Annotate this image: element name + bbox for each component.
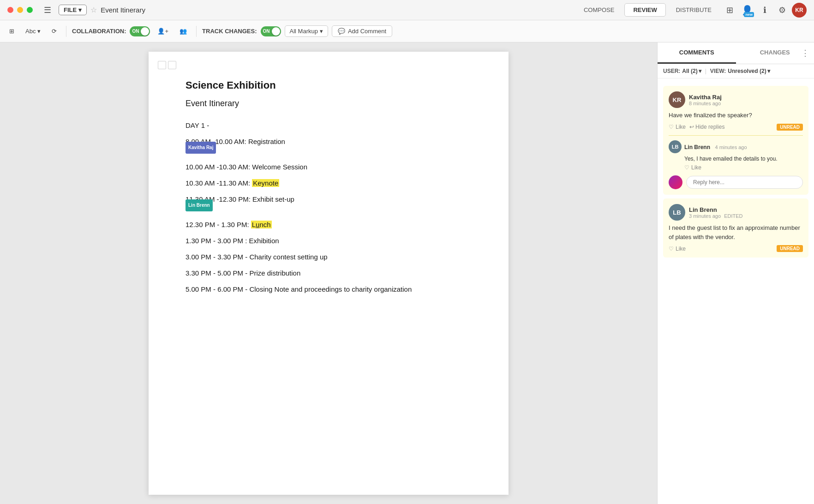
reply-1-avatar: LB [669, 140, 682, 153]
add-comment-label: Add Comment [348, 28, 386, 35]
distribute-tab[interactable]: DISTRIBUTE [668, 4, 720, 16]
doc-line-day: DAY 1 - [186, 118, 472, 133]
markup-label: All Markup [290, 28, 318, 35]
document-body[interactable]: DAY 1 - 8.00 AM -10.00 AM: Registration … [186, 118, 472, 297]
reply-1-actions: ♡ Like [684, 164, 803, 171]
doc-line-8: 3.30 PM - 5.00 PM - Prize distribution [186, 265, 472, 281]
document-subtitle: Event Itinerary [186, 99, 472, 108]
compose-tab[interactable]: COMPOSE [575, 4, 622, 16]
reply-input-1[interactable] [686, 176, 803, 189]
comment-card-2: LB Lin Brenn 3 minutes ago EDITED I need… [663, 198, 808, 258]
view-filter-button[interactable]: Unresolved (2) ▾ [728, 68, 770, 74]
document-page: Science Exhibition Event Itinerary DAY 1… [149, 52, 509, 495]
comment-1-actions: ♡ Like ↩ Hide replies UNREAD [669, 124, 803, 131]
comments-list: KR Kavitha Raj 8 minutes ago Have we fin… [658, 78, 814, 504]
unread-badge-1: UNREAD [777, 124, 803, 131]
comment-2-heart-icon: ♡ [669, 246, 674, 252]
doc-line-5: Lin Brenn 12.30 PM - 1.30 PM: Lunch [186, 208, 472, 232]
document-area: Science Exhibition Event Itinerary DAY 1… [0, 42, 657, 504]
settings-icon[interactable]: ⚙ [774, 2, 790, 18]
hide-replies-button[interactable]: ↩ Hide replies [689, 124, 724, 130]
spellcheck-button[interactable]: Abc ▾ [22, 26, 44, 36]
comment-1-time: 8 minutes ago [689, 101, 722, 106]
reply-input-row-1 [669, 175, 803, 189]
file-label: FILE [64, 6, 77, 13]
avatar[interactable]: KR [792, 3, 807, 18]
kavitha-tag: Kavitha Raj [186, 142, 216, 154]
add-comment-button[interactable]: 💬 Add Comment [332, 25, 392, 37]
reply-1-author: Lin Brenn [684, 144, 710, 150]
track-toggle-on-label: ON [263, 29, 270, 34]
doc-line-4: 11.30 AM -12.30 PM: Exhibit set-up [186, 192, 472, 207]
toolbar: ⊞ Abc ▾ ⟳ COLLABORATION: ON 👤+ 👥 TRACK C… [0, 20, 814, 42]
comment-1-text: Have we finalized the speaker? [669, 111, 803, 120]
review-tab[interactable]: REVIEW [624, 3, 665, 17]
document-main-title: Science Exhibition [186, 79, 472, 91]
present-icon[interactable]: ⊞ [722, 2, 737, 18]
doc-line-7: 3.00 PM - 3.30 PM - Charity contest sett… [186, 249, 472, 264]
unread-badge-2: UNREAD [777, 245, 803, 252]
sidebar-filters: USER: All (2) ▾ | VIEW: Unresolved (2) ▾ [658, 64, 814, 78]
doc-line-3: 10.30 AM -11.30 AM: Keynote [186, 175, 472, 191]
comment-icon: 💬 [338, 28, 345, 35]
comment-2-header: LB Lin Brenn 3 minutes ago EDITED [669, 204, 803, 221]
reply-icon: ↩ [689, 124, 694, 130]
layout-toggle-button[interactable]: ⊞ [6, 26, 18, 36]
comment-2-time: 3 minutes ago EDITED [689, 213, 743, 219]
minimize-button[interactable] [17, 7, 23, 13]
doc-line-2: Kavitha Raj 10.00 AM -10.30 AM: Welcome … [186, 150, 472, 174]
comment-1-header: KR Kavitha Raj 8 minutes ago [669, 91, 803, 108]
collaboration-section: COLLABORATION: ON [72, 26, 150, 36]
markup-dropdown-button[interactable]: All Markup ▾ [285, 25, 328, 37]
comment-2-avatar: LB [669, 204, 685, 221]
toolbar-divider-2 [196, 26, 197, 37]
comment-1-author: Kavitha Raj [689, 94, 722, 101]
sidebar-more-button[interactable]: ⋮ [801, 48, 809, 58]
markup-chevron-icon: ▾ [320, 28, 323, 35]
collaboration-toggle[interactable]: ON [130, 26, 150, 36]
file-dropdown-icon: ▾ [78, 6, 82, 13]
reply-1-header: LB Lin Brenn 4 minutes ago [669, 140, 803, 153]
menu-button[interactable]: ☰ [40, 3, 55, 17]
track-changes-toggle[interactable]: ON [261, 26, 281, 36]
reply-heart-icon: ♡ [684, 164, 689, 171]
edited-label: EDITED [724, 213, 742, 219]
file-menu-button[interactable]: FILE ▾ [59, 5, 87, 15]
reply-1-time: 4 minutes ago [715, 144, 747, 150]
close-button[interactable] [7, 7, 13, 13]
user-icon[interactable]: 👤 new [739, 2, 755, 18]
reply-block-1: LB Lin Brenn 4 minutes ago Yes, I have e… [669, 135, 803, 171]
view-filter-label: VIEW: [710, 68, 726, 74]
comment-card-1: KR Kavitha Raj 8 minutes ago Have we fin… [663, 86, 808, 195]
traffic-lights [7, 7, 33, 13]
tab-comments[interactable]: COMMENTS [658, 42, 736, 64]
track-accept-button[interactable]: ⟳ [48, 26, 60, 36]
comment-2-like-button[interactable]: ♡ Like [669, 246, 686, 252]
comment-1-avatar: KR [669, 91, 685, 108]
page-icons [158, 61, 176, 69]
new-badge: new [744, 12, 754, 17]
comment-1-like-button[interactable]: ♡ Like [669, 124, 686, 130]
doc-line-1: 8.00 AM -10.00 AM: Registration [186, 134, 472, 149]
toolbar-divider-1 [66, 26, 66, 37]
info-icon[interactable]: ℹ [757, 2, 772, 18]
view-chevron-icon: ▾ [767, 68, 770, 74]
doc-line-6: 1.30 PM - 3.00 PM : Exhibition [186, 233, 472, 248]
users-button[interactable]: 👥 [176, 26, 191, 36]
titlebar: ☰ FILE ▾ ☆ Event Itinerary COMPOSE REVIE… [0, 0, 814, 20]
user-filter-label: USER: [663, 68, 680, 74]
sidebar-tabs: COMMENTS CHANGES ⋮ [658, 42, 814, 64]
user-filter-button[interactable]: All (2) ▾ [682, 68, 701, 74]
share-button[interactable]: 👤+ [154, 26, 172, 36]
comment-2-actions: ♡ Like UNREAD [669, 245, 803, 252]
heart-icon: ♡ [669, 124, 674, 130]
favorite-icon[interactable]: ☆ [90, 6, 97, 14]
main-layout: Science Exhibition Event Itinerary DAY 1… [0, 42, 814, 504]
reply-1-like-button[interactable]: ♡ Like [684, 164, 701, 171]
comment-2-text: I need the guest list to fix an approxim… [669, 223, 803, 241]
chevron-down-icon: ▾ [699, 68, 701, 74]
toggle-on-label: ON [132, 29, 139, 34]
reply-input-avatar [669, 175, 682, 189]
track-changes-label: TRACK CHANGES: [202, 28, 257, 35]
maximize-button[interactable] [27, 7, 33, 13]
